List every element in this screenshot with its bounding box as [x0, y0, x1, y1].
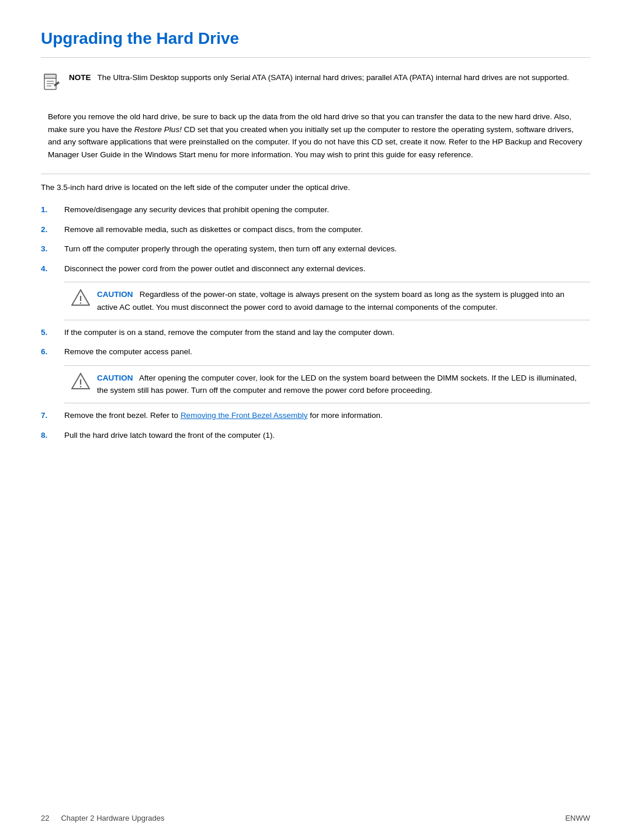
step-item-7: 7. Remove the front bezel. Refer to Remo…: [41, 409, 590, 422]
location-text: The 3.5-inch hard drive is located on th…: [41, 181, 590, 194]
step-number-3: 3.: [41, 243, 55, 255]
step-item-3: 3. Turn off the computer properly throug…: [41, 243, 590, 255]
note-label: NOTE: [69, 73, 91, 82]
step-content-8: Pull the hard drive latch toward the fro…: [64, 429, 590, 442]
page-title: Upgrading the Hard Drive: [41, 29, 590, 48]
caution-content-1: Regardless of the power-on state, voltag…: [97, 290, 564, 312]
step-content-3: Turn off the computer properly through t…: [64, 243, 590, 255]
caution-content-2: After opening the computer cover, look f…: [97, 374, 577, 395]
note-icon: [41, 72, 62, 93]
step-content-7: Remove the front bezel. Refer to Removin…: [64, 409, 590, 422]
step-content-2: Remove all removable media, such as disk…: [64, 223, 590, 236]
step-number-7: 7.: [41, 409, 55, 422]
intro-divider: [41, 174, 590, 174]
svg-rect-1: [44, 74, 56, 78]
step-content-6: Remove the computer access panel.: [64, 345, 590, 358]
step-number-8: 8.: [41, 429, 55, 442]
caution-text-1: CAUTION Regardless of the power-on state…: [97, 288, 583, 313]
caution-label-1: CAUTION: [97, 290, 133, 299]
step-content-4: Disconnect the power cord from the power…: [64, 262, 590, 275]
step-number-2: 2.: [41, 223, 55, 236]
step-item-8: 8. Pull the hard drive latch toward the …: [41, 429, 590, 442]
steps-list-final: 7. Remove the front bezel. Refer to Remo…: [41, 409, 590, 441]
svg-marker-5: [54, 81, 60, 87]
note-text: NOTE The Ultra-Slim Desktop supports onl…: [69, 72, 569, 84]
caution-text-2: CAUTION After opening the computer cover…: [97, 372, 583, 397]
step-number-5: 5.: [41, 326, 55, 339]
step-item-5: 5. If the computer is on a stand, remove…: [41, 326, 590, 339]
steps-list: 1. Remove/disengage any security devices…: [41, 203, 590, 275]
step-item-2: 2. Remove all removable media, such as d…: [41, 223, 590, 236]
steps-list-continued: 5. If the computer is on a stand, remove…: [41, 326, 590, 358]
step-item-6: 6. Remove the computer access panel.: [41, 345, 590, 358]
step-item-4: 4. Disconnect the power cord from the po…: [41, 262, 590, 275]
step-number-6: 6.: [41, 345, 55, 358]
intro-paragraph: Before you remove the old hard drive, be…: [41, 106, 590, 165]
caution-box-2: CAUTION After opening the computer cover…: [64, 365, 590, 403]
note-content: The Ultra-Slim Desktop supports only Ser…: [93, 73, 569, 82]
front-bezel-link[interactable]: Removing the Front Bezel Assembly: [181, 411, 308, 420]
caution-box-1: CAUTION Regardless of the power-on state…: [64, 282, 590, 320]
footer-language: ENWW: [565, 814, 590, 822]
caution-icon-1: [71, 288, 90, 307]
step-number-4: 4.: [41, 262, 55, 275]
footer-page-number: 22: [41, 814, 49, 822]
caution-icon-2: [71, 372, 90, 390]
step-content-5: If the computer is on a stand, remove th…: [64, 326, 590, 339]
footer-chapter: Chapter 2 Hardware Upgrades: [61, 814, 164, 822]
title-divider: [41, 57, 590, 58]
step-content-1: Remove/disengage any security devices th…: [64, 203, 590, 216]
caution-label-2: CAUTION: [97, 374, 133, 382]
footer-left: 22 Chapter 2 Hardware Upgrades: [41, 814, 165, 822]
note-box: NOTE The Ultra-Slim Desktop supports onl…: [41, 67, 590, 98]
step-item-1: 1. Remove/disengage any security devices…: [41, 203, 590, 216]
footer: 22 Chapter 2 Hardware Upgrades ENWW: [41, 814, 590, 822]
step-number-1: 1.: [41, 203, 55, 216]
svg-point-11: [80, 386, 81, 387]
svg-point-8: [80, 303, 81, 304]
